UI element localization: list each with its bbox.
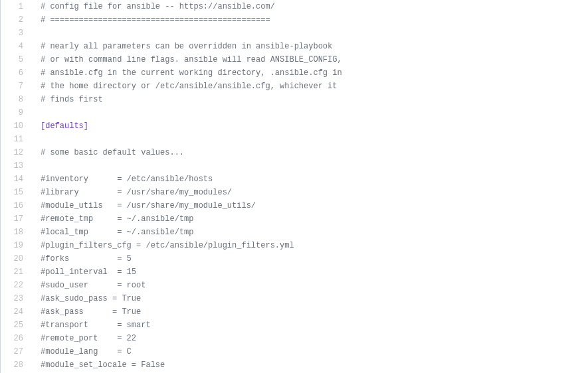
code-token: #plugin_filters_cfg = /etc/ansible/plugi… [41,241,294,250]
code-line[interactable]: 13 [1,159,588,173]
code-token: #transport = smart [41,321,151,330]
code-line[interactable]: 25#transport = smart [1,319,588,332]
code-line[interactable]: 28#module_set_locale = False [1,358,588,372]
code-line[interactable]: 18#local_tmp = ~/.ansible/tmp [1,226,588,239]
line-content[interactable]: #module_set_locale = False [34,358,588,372]
code-token: # some basic default values... [41,148,184,157]
line-number: 12 [1,146,34,159]
line-content[interactable]: #transport = smart [34,319,588,332]
code-token: # config file for ansible -- https://ans… [41,2,275,11]
line-content[interactable]: # or with command line flags. ansible wi… [34,53,588,66]
code-token: #remote_tmp = ~/.ansible/tmp [41,214,193,224]
code-line[interactable]: 22#sudo_user = root [1,279,588,292]
line-content[interactable]: #local_tmp = ~/.ansible/tmp [34,226,588,239]
code-line[interactable]: 2# =====================================… [1,13,588,27]
line-content[interactable]: #module_utils = /usr/share/my_module_uti… [34,199,588,212]
line-content[interactable]: #poll_interval = 15 [34,265,588,279]
code-line[interactable]: 9 [1,106,588,119]
code-line[interactable]: 12# some basic default values... [1,146,588,159]
line-number: 16 [1,199,34,212]
line-content[interactable]: #inventory = /etc/ansible/hosts [34,173,588,186]
line-content[interactable]: #remote_tmp = ~/.ansible/tmp [34,212,588,226]
code-token: #poll_interval = 15 [41,267,136,277]
line-content[interactable]: # ansible.cfg in the current working dir… [34,66,588,80]
line-number: 2 [1,13,34,27]
code-line[interactable]: 3 [1,27,588,40]
line-number: 11 [1,133,34,146]
line-number: 25 [1,319,34,332]
line-content[interactable]: #module_lang = C [34,345,588,358]
line-content[interactable]: # the home directory or /etc/ansible/ans… [34,80,588,93]
line-content[interactable]: #sudo_user = root [34,279,588,292]
code-line[interactable]: 15#library = /usr/share/my_modules/ [1,186,588,199]
line-content[interactable]: # some basic default values... [34,146,588,159]
code-line[interactable]: 21#poll_interval = 15 [1,265,588,279]
line-number: 13 [1,159,34,173]
code-line[interactable]: 4# nearly all parameters can be overridd… [1,40,588,53]
code-viewer[interactable]: 1# config file for ansible -- https://an… [1,0,588,372]
line-content[interactable]: #forks = 5 [34,252,588,265]
code-line[interactable]: 5# or with command line flags. ansible w… [1,53,588,66]
line-number: 14 [1,173,34,186]
code-line[interactable]: 16#module_utils = /usr/share/my_module_u… [1,199,588,212]
line-content[interactable] [34,27,588,40]
line-content[interactable] [34,133,588,146]
code-token: #remote_port = 22 [41,334,136,343]
line-number: 10 [1,119,34,133]
line-number: 5 [1,53,34,66]
code-line[interactable]: 1# config file for ansible -- https://an… [1,0,588,13]
line-number: 20 [1,252,34,265]
line-content[interactable]: # finds first [34,93,588,106]
code-line[interactable]: 24#ask_pass = True [1,305,588,319]
line-number: 15 [1,186,34,199]
code-line[interactable]: 11 [1,133,588,146]
code-token: #module_set_locale = False [41,360,165,370]
line-number: 8 [1,93,34,106]
line-content[interactable]: [defaults] [34,119,588,133]
code-token: #ask_sudo_pass = True [41,294,141,303]
line-number: 3 [1,27,34,40]
line-number: 6 [1,66,34,80]
line-number: 23 [1,292,34,305]
line-content[interactable]: # ======================================… [34,13,588,27]
line-content[interactable]: #ask_pass = True [34,305,588,319]
line-content[interactable] [34,159,588,173]
line-content[interactable]: #remote_port = 22 [34,332,588,345]
code-token: #inventory = /etc/ansible/hosts [41,175,213,184]
code-line[interactable]: 26#remote_port = 22 [1,332,588,345]
code-line[interactable]: 20#forks = 5 [1,252,588,265]
line-number: 28 [1,358,34,372]
code-token: #library = /usr/share/my_modules/ [41,188,232,197]
code-token: #sudo_user = root [41,281,146,290]
code-token: #forks = 5 [41,254,132,263]
code-line[interactable]: 14#inventory = /etc/ansible/hosts [1,173,588,186]
line-number: 24 [1,305,34,319]
code-token: #module_lang = C [41,347,132,356]
line-number: 22 [1,279,34,292]
code-token: # nearly all parameters can be overridde… [41,42,332,51]
line-content[interactable]: # nearly all parameters can be overridde… [34,40,588,53]
code-line[interactable]: 7# the home directory or /etc/ansible/an… [1,80,588,93]
line-number: 19 [1,239,34,252]
code-line[interactable]: 17#remote_tmp = ~/.ansible/tmp [1,212,588,226]
line-number: 18 [1,226,34,239]
code-line[interactable]: 23#ask_sudo_pass = True [1,292,588,305]
code-token: [defaults] [41,121,88,131]
line-content[interactable]: # config file for ansible -- https://ans… [34,0,588,13]
code-line[interactable]: 19#plugin_filters_cfg = /etc/ansible/plu… [1,239,588,252]
code-line[interactable]: 10[defaults] [1,119,588,133]
code-token: # the home directory or /etc/ansible/ans… [41,82,337,91]
code-line[interactable]: 6# ansible.cfg in the current working di… [1,66,588,80]
line-content[interactable]: #plugin_filters_cfg = /etc/ansible/plugi… [34,239,588,252]
line-number: 9 [1,106,34,119]
line-number: 7 [1,80,34,93]
line-content[interactable] [34,106,588,119]
line-content[interactable]: #library = /usr/share/my_modules/ [34,186,588,199]
code-line[interactable]: 8# finds first [1,93,588,106]
line-number: 21 [1,265,34,279]
line-content[interactable]: #ask_sudo_pass = True [34,292,588,305]
line-number: 17 [1,212,34,226]
line-number: 1 [1,0,34,13]
code-line[interactable]: 27#module_lang = C [1,345,588,358]
line-number: 4 [1,40,34,53]
